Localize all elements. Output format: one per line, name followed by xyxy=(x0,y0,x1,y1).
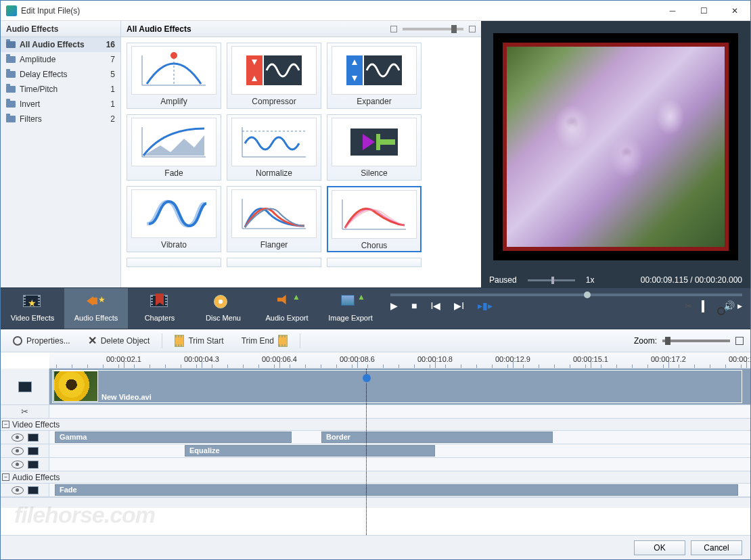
fx-track-body[interactable] xyxy=(49,458,750,471)
effects-header: All Audio Effects xyxy=(121,21,481,37)
trim-start-button[interactable]: Trim Start xyxy=(169,333,229,349)
effect-label: Amplify xyxy=(160,97,187,106)
effect-tile-amplify[interactable]: Amplify xyxy=(127,43,221,109)
cut-track: ✂ xyxy=(1,405,750,419)
folder-icon xyxy=(6,86,16,93)
preview-canvas xyxy=(493,33,738,260)
properties-button[interactable]: Properties... xyxy=(7,334,76,348)
view-small-icon[interactable] xyxy=(390,26,397,32)
effect-thumb xyxy=(332,46,417,95)
effect-thumb xyxy=(231,189,317,238)
view-large-icon[interactable] xyxy=(469,26,476,32)
audio-effects-group-header[interactable]: −Audio Effects xyxy=(1,471,750,484)
effect-thumb xyxy=(131,189,217,238)
tab-icon xyxy=(214,295,233,311)
scrub-bar[interactable] xyxy=(390,294,742,296)
effect-thumb xyxy=(332,118,417,166)
sidebar-item-invert[interactable]: Invert1 xyxy=(1,97,120,112)
tab-chapters[interactable]: Chapters xyxy=(128,288,191,329)
effect-label: Chorus xyxy=(361,241,388,250)
volume-button[interactable]: 🔊 ▸ xyxy=(723,300,742,311)
video-fx-track-3 xyxy=(1,458,750,471)
visibility-icon[interactable] xyxy=(12,461,24,469)
tab-disc-menu[interactable]: Disc Menu xyxy=(191,288,255,329)
speed-slider[interactable] xyxy=(528,279,575,281)
effect-tile-flanger[interactable]: Flanger xyxy=(227,186,321,252)
effect-tile-partial[interactable] xyxy=(127,258,221,267)
fx-track-body[interactable]: Fade xyxy=(49,484,750,496)
effect-tile-compressor[interactable]: Compressor xyxy=(227,43,321,109)
timeline-ruler[interactable]: 00:00:02.100:00:04.300:00:06.400:00:08.6… xyxy=(49,352,750,369)
tab-label: Audio Effects xyxy=(74,314,118,322)
effect-tile-fade[interactable]: Fade xyxy=(127,114,221,181)
minimize-button[interactable]: ─ xyxy=(657,1,688,21)
sidebar-item-amplitude[interactable]: Amplitude7 xyxy=(1,52,120,67)
ok-button[interactable]: OK xyxy=(634,540,685,555)
effect-thumb xyxy=(231,118,317,166)
folder-icon xyxy=(6,101,16,108)
preview-status-bar: Paused 1x 00:00:09.115 / 00:00:20.000 xyxy=(481,273,750,287)
prev-frame-button[interactable]: I◀ xyxy=(430,300,440,311)
video-clip[interactable]: New Video.avi xyxy=(52,370,742,403)
next-frame-button[interactable]: ▶I xyxy=(454,300,464,311)
video-fx-track-2: Equalize xyxy=(1,444,750,458)
cut-track-body[interactable] xyxy=(49,405,750,418)
thumbnail-size-slider[interactable] xyxy=(403,28,463,30)
filmstrip-icon xyxy=(28,434,39,442)
fx-track-body[interactable]: Gamma Border xyxy=(49,431,750,444)
svg-rect-14 xyxy=(376,139,395,145)
effect-label: Compressor xyxy=(252,97,296,106)
effect-tile-expander[interactable]: Expander xyxy=(327,43,422,109)
zoom-slider[interactable] xyxy=(662,340,730,342)
svg-rect-3 xyxy=(264,55,302,85)
visibility-icon[interactable] xyxy=(12,447,24,455)
maximize-button[interactable]: ☐ xyxy=(688,1,719,21)
fullscreen-button[interactable] xyxy=(702,300,704,311)
playhead[interactable] xyxy=(366,369,367,535)
tab-audio-effects[interactable]: ★Audio Effects xyxy=(64,288,128,329)
effect-tile-partial[interactable] xyxy=(327,258,422,267)
sidebar-item-filters[interactable]: Filters2 xyxy=(1,112,120,126)
cancel-button[interactable]: Cancel xyxy=(691,540,742,555)
fx-block-border[interactable]: Border xyxy=(321,431,553,443)
sidebar-item-time-pitch[interactable]: Time/Pitch1 xyxy=(1,82,120,97)
fx-block-fade[interactable]: Fade xyxy=(55,484,738,496)
folder-icon xyxy=(6,116,16,122)
fx-block-gamma[interactable]: Gamma xyxy=(55,431,292,443)
effects-pane: All Audio Effects AmplifyCompressorExpan… xyxy=(121,21,481,287)
delete-object-button[interactable]: ✕Delete Object xyxy=(83,332,156,349)
zoom-fit-icon[interactable] xyxy=(735,337,744,345)
tab-audio-export[interactable]: ▲Audio Export xyxy=(255,288,319,329)
effect-tile-partial[interactable] xyxy=(227,258,321,267)
visibility-icon[interactable] xyxy=(12,434,24,442)
filmstrip-icon xyxy=(28,461,39,469)
trim-end-button[interactable]: Trim End xyxy=(236,333,293,349)
window-title: Edit Input File(s) xyxy=(21,6,657,16)
effect-label: Flanger xyxy=(260,240,288,250)
effect-tile-chorus[interactable]: Chorus xyxy=(327,186,422,252)
fx-block-equalize[interactable]: Equalize xyxy=(185,445,435,457)
video-effects-group-header[interactable]: −Video Effects xyxy=(1,419,750,431)
effect-tile-vibrato[interactable]: Vibrato xyxy=(127,186,221,252)
effect-tile-normalize[interactable]: Normalize xyxy=(227,114,321,181)
filmstrip-icon xyxy=(18,381,32,392)
tab-label: Chapters xyxy=(145,314,175,322)
video-track-body[interactable]: New Video.avi xyxy=(49,369,750,404)
playback-speed: 1x xyxy=(586,275,595,285)
sidebar-item-delay-effects[interactable]: Delay Effects5 xyxy=(1,67,120,82)
effect-tile-silence[interactable]: Silence xyxy=(327,114,422,181)
tab-label: Audio Export xyxy=(266,314,309,322)
effect-label: Vibrato xyxy=(161,240,187,250)
fx-track-body[interactable]: Equalize xyxy=(49,444,750,457)
visibility-icon[interactable] xyxy=(12,486,24,494)
tab-image-export[interactable]: ▲Image Export xyxy=(319,288,382,329)
loop-button[interactable]: ▸▮▸ xyxy=(478,300,493,311)
cut-button[interactable]: ✂ xyxy=(685,301,692,311)
close-button[interactable]: ✕ xyxy=(719,1,750,21)
horizontal-scrollbar[interactable] xyxy=(1,497,750,508)
preview-pane: Paused 1x 00:00:09.115 / 00:00:20.000 xyxy=(481,21,750,287)
tab-video-effects[interactable]: ★Video Effects xyxy=(1,288,64,329)
stop-button[interactable]: ■ xyxy=(411,300,417,311)
sidebar-item-all-audio-effects[interactable]: All Audio Effects16 xyxy=(1,37,120,52)
play-button[interactable]: ▶ xyxy=(390,300,398,311)
